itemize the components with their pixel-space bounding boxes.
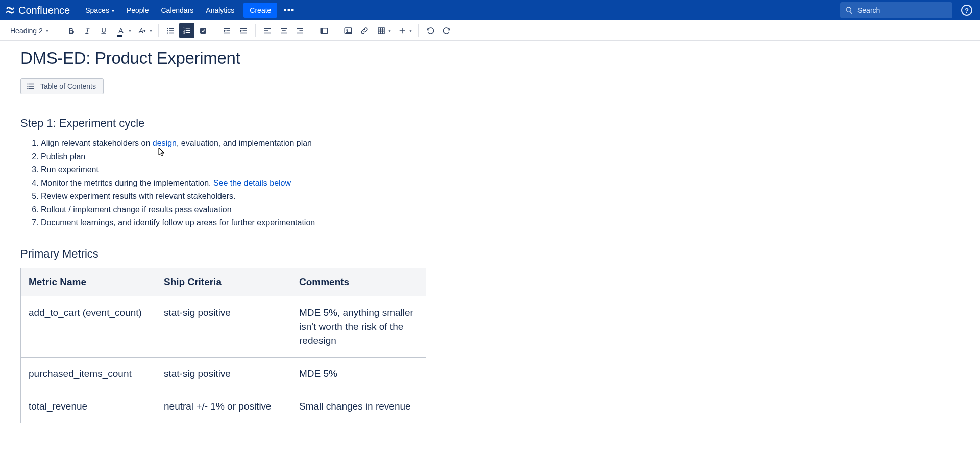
svg-rect-12 [200,28,206,34]
svg-rect-39 [27,86,28,87]
toc-label: Table of Contents [40,82,96,90]
search-icon [845,6,853,14]
section-experiment-cycle-heading[interactable]: Step 1: Experiment cycle [20,117,960,130]
svg-text:3: 3 [183,31,185,34]
table-cell[interactable]: purchased_items_count [21,357,156,390]
svg-rect-9 [186,30,190,31]
svg-rect-29 [321,28,323,33]
help-button[interactable]: ? [959,2,975,18]
svg-rect-40 [29,86,34,87]
redo-button[interactable] [439,23,454,38]
list-item[interactable]: Monitor the metritcs during the implemen… [41,177,960,189]
text-style-select[interactable]: Heading 2 ▾ [6,24,55,37]
chevron-down-icon: ▾ [112,8,114,13]
svg-rect-24 [281,32,287,33]
table-cell[interactable]: add_to_cart (event_count) [21,296,156,358]
svg-point-2 [167,30,168,31]
svg-point-0 [167,28,168,29]
svg-rect-41 [27,88,28,89]
list-item[interactable]: Run experiment [41,164,960,176]
list-item[interactable]: Document learnings, and identify follow … [41,217,960,229]
svg-rect-17 [243,30,247,31]
list-item[interactable]: Rollout / implement change if results pa… [41,203,960,216]
more-formatting-button[interactable]: A▾ ▾ [134,23,154,38]
insert-more-button[interactable]: ▾ [394,23,414,38]
svg-rect-16 [240,28,247,29]
list-item[interactable]: Review experiment results with relevant … [41,190,960,202]
more-menu-button[interactable]: ••• [280,3,298,18]
svg-rect-7 [186,28,190,29]
chevron-down-icon: ▾ [129,28,131,33]
create-button[interactable]: Create [243,3,277,18]
search-box[interactable] [840,2,952,18]
search-input[interactable] [857,6,947,14]
svg-rect-32 [378,28,384,34]
list-item[interactable]: Align relevant stakeholders on design, e… [41,137,960,149]
align-center-button[interactable] [276,23,291,38]
outdent-button[interactable] [219,23,235,38]
table-row[interactable]: purchased_items_countstat-sig positiveMD… [21,357,426,390]
inline-link[interactable]: design [153,139,177,147]
svg-rect-19 [264,28,271,29]
page-title[interactable]: DMS-ED: Product Experiment [20,48,960,68]
nav-analytics[interactable]: Analytics [200,0,240,20]
svg-rect-21 [264,32,271,33]
table-header[interactable]: Ship Criteria [156,268,291,296]
align-right-button[interactable] [292,23,308,38]
editor-toolbar: Heading 2 ▾ A ▾ A▾ ▾ 123 ▾ ▾ [0,20,980,41]
table-header[interactable]: Comments [291,268,426,296]
primary-metrics-table[interactable]: Metric NameShip CriteriaComments add_to_… [20,268,426,423]
bold-button[interactable] [63,23,79,38]
table-header[interactable]: Metric Name [21,268,156,296]
nav-spaces[interactable]: Spaces ▾ [79,0,120,20]
nav-calendars[interactable]: Calendars [155,0,200,20]
chevron-down-icon: ▾ [388,28,391,33]
table-cell[interactable]: MDE 5% [291,357,426,390]
toc-icon [26,82,35,91]
confluence-logo[interactable]: Confluence [5,5,70,16]
chevron-down-icon: ▾ [409,28,412,33]
svg-rect-20 [264,30,268,31]
svg-rect-26 [300,30,304,31]
svg-rect-38 [29,84,34,85]
italic-button[interactable] [80,23,95,38]
nav-people[interactable]: People [120,0,155,20]
text-color-button[interactable]: A ▾ [112,23,133,38]
table-cell[interactable]: neutral +/- 1% or positive [156,390,291,423]
bullet-list-button[interactable] [163,23,178,38]
svg-rect-42 [29,88,34,89]
svg-rect-37 [27,84,28,85]
table-cell[interactable]: stat-sig positive [156,296,291,358]
link-button[interactable] [357,23,372,38]
svg-rect-27 [297,32,303,33]
table-cell[interactable]: Small changes in revenue [291,390,426,423]
layout-button[interactable] [316,23,332,38]
experiment-steps-list[interactable]: Align relevant stakeholders on design, e… [20,137,960,229]
help-icon: ? [961,5,972,16]
table-of-contents-macro[interactable]: Table of Contents [20,78,104,94]
image-button[interactable] [340,23,356,38]
table-cell[interactable]: MDE 5%, anything smaller isn't worth the… [291,296,426,358]
table-cell[interactable]: total_revenue [21,390,156,423]
table-button[interactable]: ▾ [373,23,393,38]
svg-rect-22 [281,28,287,29]
table-row[interactable]: add_to_cart (event_count)stat-sig positi… [21,296,426,358]
svg-point-31 [346,29,348,31]
svg-rect-13 [224,28,230,29]
section-primary-metrics-heading[interactable]: Primary Metrics [20,247,960,261]
svg-rect-3 [169,30,174,31]
editor-content-area[interactable]: DMS-ED: Product Experiment Table of Cont… [0,41,980,459]
table-cell[interactable]: stat-sig positive [156,357,291,390]
numbered-list-button[interactable]: 123 [179,23,194,38]
list-item[interactable]: Publish plan [41,150,960,163]
table-row[interactable]: total_revenueneutral +/- 1% or positiveS… [21,390,426,423]
indent-button[interactable] [236,23,251,38]
svg-rect-1 [169,28,174,29]
undo-button[interactable] [423,23,438,38]
inline-link[interactable]: See the details below [213,178,291,187]
svg-rect-11 [186,32,190,33]
task-list-button[interactable] [195,23,211,38]
align-left-button[interactable] [260,23,275,38]
underline-button[interactable] [96,23,111,38]
svg-rect-14 [227,30,231,31]
